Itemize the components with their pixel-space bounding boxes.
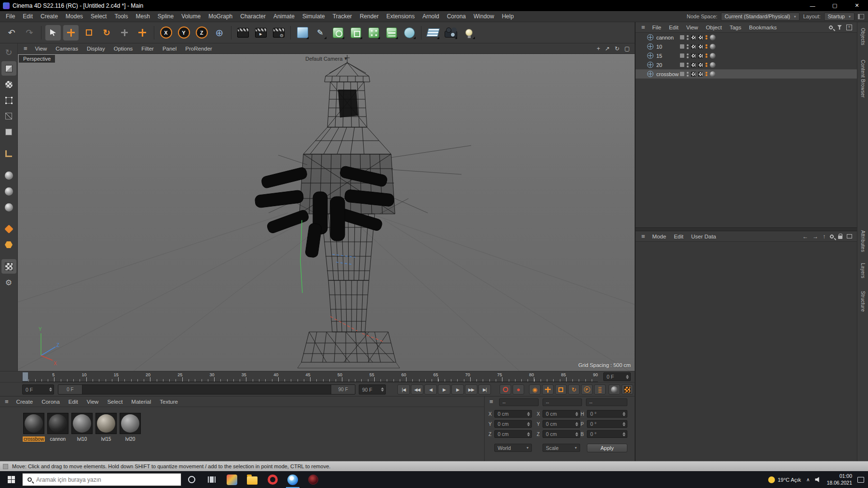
- am-menu-mode[interactable]: Mode: [649, 234, 670, 239]
- menu-mograph[interactable]: MoGraph: [204, 11, 236, 22]
- xpresso-tag-icon[interactable]: [705, 44, 707, 49]
- active-camera-label[interactable]: Default Camera ▾: [305, 55, 347, 62]
- range-start-handle[interactable]: 0 F: [58, 385, 82, 394]
- layer-tag-icon[interactable]: [680, 44, 684, 49]
- display-tag-icon[interactable]: [698, 44, 703, 49]
- grid-snap-button[interactable]: [1, 259, 16, 274]
- material-thumbnail[interactable]: [47, 413, 68, 434]
- menu-create[interactable]: Create: [37, 11, 62, 22]
- end-frame-field[interactable]: 90 F: [359, 384, 386, 395]
- toggle-view-icon[interactable]: ▢: [624, 45, 630, 52]
- taskbar-app-1[interactable]: [222, 471, 242, 488]
- subdivision-surface-button[interactable]: [330, 25, 346, 40]
- x-axis-lock-button[interactable]: X: [158, 25, 174, 40]
- mat-menu-select[interactable]: Select: [103, 399, 126, 405]
- xpresso-tag-icon[interactable]: [705, 53, 707, 58]
- playback-solo-button[interactable]: [609, 384, 620, 395]
- xpresso-tag-icon[interactable]: [705, 72, 707, 76]
- close-button[interactable]: ✕: [846, 0, 868, 11]
- apply-button[interactable]: Apply: [587, 444, 627, 452]
- menu-volume[interactable]: Volume: [177, 11, 204, 22]
- hamburger-icon[interactable]: ≡: [638, 233, 648, 240]
- display-tag-icon[interactable]: [698, 53, 703, 58]
- action-center-icon[interactable]: [857, 477, 864, 483]
- spinner-icon[interactable]: [624, 375, 629, 379]
- up-icon[interactable]: ↑: [823, 233, 826, 240]
- pan-view-icon[interactable]: +: [597, 45, 600, 52]
- forward-icon[interactable]: →: [813, 233, 818, 240]
- visibility-dots-icon[interactable]: [687, 53, 689, 58]
- menu-spline[interactable]: Spline: [154, 11, 177, 22]
- rotate-view-icon[interactable]: ↻: [615, 45, 620, 52]
- material-tag-icon[interactable]: [710, 71, 716, 77]
- visibility-dots-icon[interactable]: [687, 35, 689, 40]
- point-mode-button[interactable]: [1, 93, 16, 107]
- mat-menu-material[interactable]: Material: [127, 399, 155, 405]
- timeline-ruler[interactable]: 051015202530354045505560657075808590: [22, 371, 598, 382]
- material-tag-icon[interactable]: [710, 44, 716, 50]
- material-item[interactable]: crossbow: [22, 413, 45, 443]
- deformer-button[interactable]: [402, 25, 417, 40]
- om-menu-view[interactable]: View: [683, 25, 702, 30]
- layout-switch-icon[interactable]: [858, 14, 864, 19]
- material-thumbnail[interactable]: [71, 413, 93, 434]
- menu-simulate[interactable]: Simulate: [298, 11, 329, 22]
- size-x-field[interactable]: 0 cm: [542, 410, 580, 418]
- menu-modes[interactable]: Modes: [62, 11, 87, 22]
- record-rotation-button[interactable]: ↻: [568, 384, 580, 395]
- object-name[interactable]: cannon: [656, 35, 674, 40]
- search-icon[interactable]: [829, 234, 834, 239]
- xpresso-tag-icon[interactable]: [705, 35, 707, 40]
- redo-button[interactable]: ↷: [22, 25, 37, 40]
- object-row-15[interactable]: 15: [636, 51, 858, 60]
- size-y-field[interactable]: 0 cm: [542, 420, 580, 428]
- vp-menu-filter[interactable]: Filter: [137, 46, 158, 52]
- model-mode-button[interactable]: [1, 61, 16, 76]
- array-button[interactable]: [384, 25, 399, 40]
- rotation-b-field[interactable]: 0 °: [587, 430, 627, 438]
- menu-tools[interactable]: Tools: [110, 11, 132, 22]
- spinner-icon[interactable]: [48, 387, 52, 392]
- range-end-handle[interactable]: 90 F: [331, 385, 355, 394]
- menu-help[interactable]: Help: [498, 11, 518, 22]
- record-scale-button[interactable]: [555, 384, 567, 395]
- view-label[interactable]: Perspective: [19, 55, 55, 63]
- record-parameter-button[interactable]: P: [581, 384, 593, 395]
- clock-widget[interactable]: 01:00 18.06.2021: [827, 473, 852, 486]
- camera-button[interactable]: [443, 25, 459, 40]
- primitive-cube-button[interactable]: [295, 25, 310, 40]
- paint-tool-button[interactable]: [1, 222, 16, 236]
- rotation-header-select[interactable]: --: [586, 398, 627, 406]
- playback-options-button[interactable]: [622, 384, 633, 395]
- cortana-button[interactable]: [181, 471, 202, 488]
- polygon-mode-button[interactable]: [1, 125, 16, 139]
- make-editable-button[interactable]: ↻: [1, 45, 16, 60]
- generator-button[interactable]: [348, 25, 364, 40]
- object-row-crossbow[interactable]: crossbow: [636, 69, 858, 79]
- visibility-dots-icon[interactable]: [687, 63, 689, 67]
- tab-objects[interactable]: Objects: [860, 28, 866, 45]
- material-item[interactable]: lvl15: [95, 413, 118, 443]
- last-tool-button[interactable]: [117, 25, 132, 40]
- om-menu-file[interactable]: File: [649, 25, 665, 30]
- tab-content-browser[interactable]: Content Browser: [860, 60, 866, 98]
- taskbar-search-input[interactable]: [36, 476, 166, 483]
- material-name[interactable]: lvl10: [76, 436, 88, 442]
- material-thumbnail[interactable]: [23, 413, 44, 434]
- object-name[interactable]: 15: [656, 53, 662, 59]
- material-tag-icon[interactable]: [710, 35, 716, 40]
- om-menu-bookmarks[interactable]: Bookmarks: [746, 25, 780, 30]
- timeline-playhead[interactable]: [22, 372, 28, 382]
- object-name[interactable]: 10: [656, 44, 662, 50]
- render-picture-viewer-button[interactable]: ▶: [253, 25, 269, 40]
- speaker-icon[interactable]: [815, 477, 821, 482]
- goto-end-button[interactable]: ▶|: [478, 384, 491, 395]
- next-key-button[interactable]: ▶▶: [465, 384, 477, 395]
- display-tag-icon[interactable]: [691, 53, 696, 58]
- preview-range-slider[interactable]: 0 F 90 F: [58, 384, 355, 395]
- material-tag-icon[interactable]: [710, 53, 716, 59]
- menu-select[interactable]: Select: [87, 11, 110, 22]
- menu-mesh[interactable]: Mesh: [132, 11, 153, 22]
- record-position-button[interactable]: [542, 384, 554, 395]
- hamburger-icon[interactable]: ≡: [638, 24, 648, 31]
